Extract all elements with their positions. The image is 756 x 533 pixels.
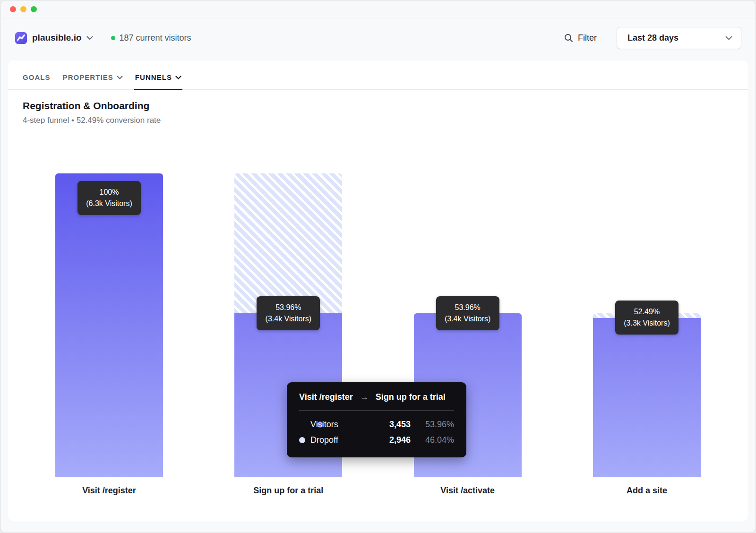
funnel-step-label: Visit /register — [55, 486, 163, 496]
chevron-down-icon — [86, 36, 93, 40]
funnel-step-badge: 53.96% (3.4k Visitors) — [257, 296, 320, 330]
funnel-tooltip: Visit /register → Sign up for a trial Vi… — [287, 382, 466, 457]
arrow-right-icon: → — [360, 392, 369, 402]
filter-label: Filter — [578, 33, 597, 43]
funnel-step-badge: 100% (6.3k Visitors) — [77, 181, 141, 215]
funnel-title: Registration & Onboarding — [23, 100, 733, 112]
chevron-down-icon — [117, 76, 123, 79]
tooltip-step-to: Sign up for a trial — [376, 392, 446, 402]
plausible-logo-icon — [15, 32, 27, 44]
funnel-step-pct: 100% — [84, 187, 134, 198]
titlebar — [0, 0, 756, 18]
chevron-down-icon — [725, 36, 732, 40]
app-header: plausible.io 187 current visitors Filter… — [0, 18, 756, 57]
maximize-window-button[interactable] — [31, 6, 37, 12]
funnel-step-label: Visit /activate — [414, 486, 522, 496]
tab-funnels-label: FUNNELS — [135, 73, 172, 81]
minimize-window-button[interactable] — [20, 6, 26, 12]
tab-properties-label: PROPERTIES — [63, 73, 113, 81]
tooltip-divider — [299, 410, 454, 411]
app-window: plausible.io 187 current visitors Filter… — [0, 0, 756, 533]
tooltip-dropoff-pct: 46.04% — [411, 435, 454, 445]
funnel-step-visitors: (3.4k Visitors) — [443, 313, 493, 325]
funnel-step-pct: 53.96% — [443, 302, 493, 313]
dropoff-dot-icon — [299, 437, 305, 443]
tab-goals-label: GOALS — [23, 73, 51, 81]
funnel-step-label: Sign up for a trial — [234, 486, 342, 496]
current-visitors[interactable]: 187 current visitors — [111, 33, 191, 43]
funnel-bar-segment[interactable] — [55, 173, 163, 477]
tab-funnels[interactable]: FUNNELS — [135, 73, 181, 89]
search-icon — [564, 34, 573, 43]
date-range-select[interactable]: Last 28 days — [617, 27, 741, 49]
funnel-chart: 100% (6.3k Visitors) Visit /register 53.… — [8, 173, 748, 477]
funnel-step: 100% (6.3k Visitors) Visit /register — [55, 173, 163, 477]
tooltip-visitors-pct: 53.96% — [411, 420, 454, 430]
filter-button[interactable]: Filter — [564, 33, 597, 43]
funnel-step: 52.49% (3.3k Visitors) Add a site — [593, 173, 701, 477]
funnel-step-badge: 52.49% (3.3k Visitors) — [615, 301, 679, 335]
funnel-subtitle: 4-step funnel • 52.49% conversion rate — [23, 116, 733, 125]
tooltip-dropoff-value: 2,946 — [358, 435, 411, 445]
funnel-step-label: Add a site — [593, 486, 701, 496]
current-visitors-label: 187 current visitors — [120, 33, 191, 43]
chevron-down-icon — [175, 76, 181, 79]
tooltip-dropoff-label: Dropoff — [310, 435, 358, 445]
tooltip-visitors-value: 3,453 — [358, 420, 411, 430]
tooltip-visitors-label: Visitors — [310, 420, 358, 430]
funnel-step-pct: 53.96% — [263, 302, 313, 313]
tooltip-row-visitors: Visitors 3,453 53.96% — [299, 417, 454, 432]
funnel-step-visitors: (3.4k Visitors) — [263, 313, 313, 325]
funnel-step-visitors: (6.3k Visitors) — [84, 198, 134, 209]
funnel-step-badge: 53.96% (3.4k Visitors) — [436, 296, 499, 330]
live-dot-icon — [111, 36, 115, 40]
funnels-card: GOALS PROPERTIES FUNNELS Registration & … — [8, 60, 748, 522]
funnel-dropoff-segment[interactable] — [234, 173, 342, 313]
date-range-value: Last 28 days — [627, 33, 679, 43]
tab-goals[interactable]: GOALS — [23, 73, 51, 89]
tooltip-step-from: Visit /register — [299, 392, 353, 402]
funnel-bar-segment[interactable] — [593, 318, 701, 478]
funnel-step-visitors: (3.3k Visitors) — [622, 318, 672, 329]
tab-bar: GOALS PROPERTIES FUNNELS — [8, 60, 748, 90]
close-window-button[interactable] — [10, 6, 16, 12]
site-switcher[interactable]: plausible.io — [15, 32, 93, 44]
tab-properties[interactable]: PROPERTIES — [63, 73, 123, 89]
site-name: plausible.io — [32, 33, 82, 43]
funnel-step-pct: 52.49% — [622, 306, 672, 318]
tooltip-row-dropoff: Dropoff 2,946 46.04% — [299, 432, 454, 448]
